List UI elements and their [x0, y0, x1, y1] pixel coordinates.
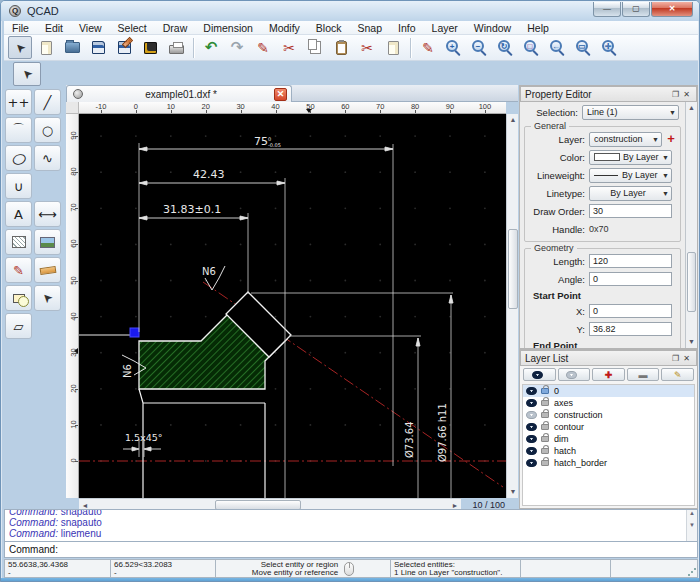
menu-info[interactable]: Info	[390, 21, 424, 35]
show-all-layers-button[interactable]	[523, 368, 556, 381]
layer-visibility-icon[interactable]	[526, 411, 537, 419]
layer-row-0[interactable]: 0	[523, 385, 694, 397]
scroll-down-arrow[interactable]: ▼	[686, 336, 697, 348]
scroll-up-arrow[interactable]: ▲	[686, 102, 697, 114]
new-file-button[interactable]	[34, 36, 58, 59]
solid-tools[interactable]: ▱	[5, 313, 32, 339]
zoom-previous-button[interactable]: ←	[546, 36, 570, 59]
dimension-tool[interactable]: ⟷	[34, 201, 61, 227]
cut-button[interactable]: ✂	[277, 36, 301, 59]
menu-layer[interactable]: Layer	[424, 21, 466, 35]
layer-visibility-icon[interactable]	[526, 399, 537, 407]
angle-input[interactable]: 0	[589, 272, 672, 286]
float-panel-icon[interactable]: ❐	[670, 89, 681, 100]
menu-select[interactable]: Select	[110, 21, 155, 35]
linetype-combobox[interactable]: By Layer▼	[589, 186, 672, 201]
layer-row-axes[interactable]: axes	[523, 397, 694, 409]
zoom-out-button[interactable]: −	[468, 36, 492, 59]
resize-grip[interactable]	[687, 567, 696, 576]
polyline-tool[interactable]: ∪	[5, 173, 32, 199]
close-panel-icon[interactable]: ✕	[681, 353, 692, 364]
arc-tool[interactable]: ⌒	[5, 117, 32, 143]
hide-all-layers-button[interactable]	[558, 368, 591, 381]
scroll-up-arrow[interactable]: ▲	[507, 114, 519, 126]
text-tool[interactable]: A	[5, 201, 32, 227]
draw-order-input[interactable]: 30	[589, 204, 672, 218]
image-tool[interactable]	[34, 229, 61, 255]
layer-visibility-icon[interactable]	[526, 387, 537, 395]
modify-tools[interactable]: ✎	[5, 257, 32, 283]
paste-with-reference-button[interactable]	[381, 36, 405, 59]
color-combobox[interactable]: By Layer▼	[589, 150, 672, 165]
open-file-button[interactable]	[60, 36, 84, 59]
zoom-page-button[interactable]: ▭	[572, 36, 596, 59]
zoom-in-button[interactable]: +	[442, 36, 466, 59]
ellipse-tool[interactable]: ○	[5, 145, 32, 171]
layer-visibility-icon[interactable]	[526, 447, 537, 455]
edit-layer-button[interactable]: ✎	[661, 368, 694, 381]
selection-tool-button[interactable]: ➤	[8, 36, 32, 59]
title-bar[interactable]: Q QCAD — ▢ ✕	[1, 1, 699, 21]
export-bitmap-button[interactable]	[138, 36, 162, 59]
command-history[interactable]: Command: snapautoCommand: snapautoComman…	[4, 509, 698, 542]
menu-block[interactable]: Block	[308, 21, 350, 35]
command-input[interactable]	[62, 542, 697, 557]
layer-lock-icon[interactable]	[541, 436, 549, 442]
length-input[interactable]: 120	[589, 254, 672, 268]
scroll-down-arrow[interactable]: ▼	[507, 486, 519, 498]
scroll-thumb[interactable]	[687, 252, 696, 312]
menu-help[interactable]: Help	[519, 21, 557, 35]
zoom-auto-button[interactable]: ✛	[598, 36, 622, 59]
property-editor-titlebar[interactable]: Property Editor ❐ ✕	[520, 86, 697, 102]
start-x-input[interactable]: 0	[589, 304, 672, 318]
undo-button[interactable]: ↶	[199, 36, 223, 59]
paste-button[interactable]	[329, 36, 353, 59]
copy-button[interactable]	[303, 36, 327, 59]
select-tools[interactable]: ➤	[34, 285, 61, 311]
canvas-vertical-scrollbar[interactable]: ▲ ▼	[506, 114, 518, 498]
hatch-tool[interactable]	[5, 229, 32, 255]
layer-visibility-icon[interactable]	[526, 435, 537, 443]
menu-draw[interactable]: Draw	[155, 21, 196, 35]
spline-tool[interactable]: ∿	[34, 145, 61, 171]
layer-list-titlebar[interactable]: Layer List ❐ ✕	[520, 350, 697, 366]
selection-handle[interactable]	[130, 328, 139, 337]
maximize-button[interactable]: ▢	[622, 2, 650, 17]
layer-row-construction[interactable]: construction	[523, 409, 694, 421]
add-layer-button[interactable]: +	[664, 132, 678, 146]
layer-row-dim[interactable]: dim	[523, 433, 694, 445]
menu-file[interactable]: File	[4, 21, 37, 35]
zoom-window-button[interactable]: □	[520, 36, 544, 59]
history-scrollbar[interactable]: ▲▼	[686, 510, 697, 541]
close-button[interactable]: ✕	[651, 2, 693, 17]
points-tool[interactable]: ++	[5, 89, 32, 115]
drawing-canvas[interactable]: 75 0 -0.05 42.43 31.83±0.1 1.5x45° Ø73.6…	[79, 114, 506, 498]
layer-row-hatch_border[interactable]: hatch_border	[523, 457, 694, 469]
menu-modify[interactable]: Modify	[261, 21, 308, 35]
minimize-button[interactable]: —	[593, 2, 621, 17]
close-panel-icon[interactable]: ✕	[681, 89, 692, 100]
menu-view[interactable]: View	[71, 21, 110, 35]
selection-combobox[interactable]: Line (1)▼	[582, 105, 679, 120]
layer-lock-icon[interactable]	[541, 424, 549, 430]
menu-edit[interactable]: Edit	[37, 21, 71, 35]
zoom-redraw-button[interactable]: ↻	[494, 36, 518, 59]
redo-button[interactable]: ↷	[225, 36, 249, 59]
circle-tool[interactable]: ○	[34, 117, 61, 143]
layer-lock-icon[interactable]	[541, 460, 549, 466]
layer-lock-icon[interactable]	[541, 412, 549, 418]
draw-pencil-button[interactable]: ✎	[416, 36, 440, 59]
float-panel-icon[interactable]: ❐	[670, 353, 681, 364]
property-editor-scrollbar[interactable]: ▲ ▼	[685, 102, 697, 348]
lineweight-combobox[interactable]: By Layer▼	[589, 168, 672, 183]
tab-close-button[interactable]: ✕	[274, 88, 287, 101]
edit-pencil-button[interactable]: ✎	[251, 36, 275, 59]
vertical-scroll-thumb[interactable]	[508, 229, 518, 309]
command-line[interactable]: Command:	[4, 542, 698, 558]
layer-lock-icon[interactable]	[541, 400, 549, 406]
menu-snap[interactable]: Snap	[350, 21, 391, 35]
save-as-button[interactable]	[112, 36, 136, 59]
line-tool[interactable]: ╱	[34, 89, 61, 115]
measure-tools[interactable]	[34, 257, 61, 283]
layer-lock-icon[interactable]	[541, 388, 549, 394]
